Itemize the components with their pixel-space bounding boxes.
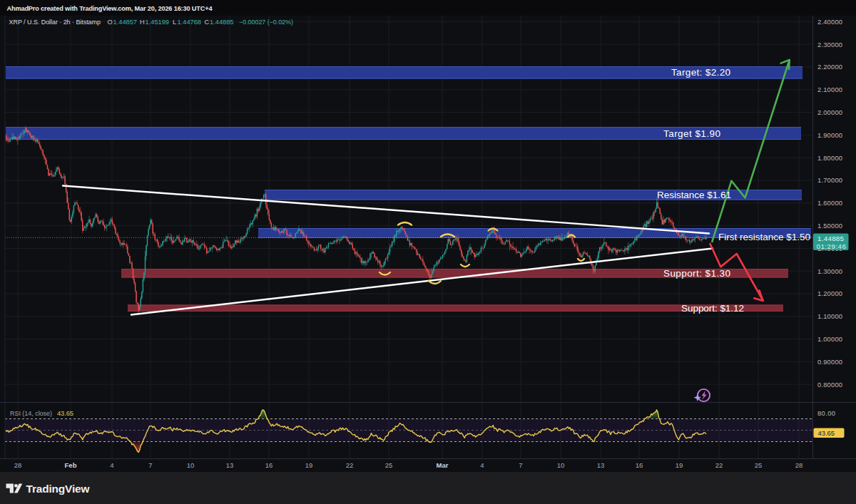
svg-text:1.50000: 1.50000 xyxy=(817,222,842,230)
svg-text:1.70000: 1.70000 xyxy=(817,176,842,184)
svg-text:O: O xyxy=(108,19,113,26)
svg-text:43.65: 43.65 xyxy=(57,410,73,417)
svg-text:0.90000: 0.90000 xyxy=(817,358,842,366)
svg-text:Resistance $1.61: Resistance $1.61 xyxy=(657,190,731,200)
svg-text:1.44885: 1.44885 xyxy=(817,235,845,242)
svg-text:1.30000: 1.30000 xyxy=(817,267,842,275)
svg-text:25: 25 xyxy=(385,461,393,469)
svg-text:Support: $1.12: Support: $1.12 xyxy=(681,303,744,314)
svg-text:2.10000: 2.10000 xyxy=(817,86,842,93)
svg-text:01:29:46: 01:29:46 xyxy=(817,242,847,250)
svg-text:First resistance $1.50: First resistance $1.50 xyxy=(718,232,810,242)
svg-text:22: 22 xyxy=(346,461,354,469)
svg-text:16: 16 xyxy=(265,461,273,469)
svg-text:0.80000: 0.80000 xyxy=(817,381,842,389)
svg-text:Target $1.90: Target $1.90 xyxy=(663,128,720,139)
svg-text:13: 13 xyxy=(226,461,234,469)
svg-text:80.00: 80.00 xyxy=(817,409,835,417)
svg-text:16: 16 xyxy=(636,461,643,469)
svg-text:TradingView: TradingView xyxy=(26,483,90,495)
svg-text:1.90000: 1.90000 xyxy=(817,131,842,139)
svg-text:XRP / U.S. Dollar · 2h · Bitst: XRP / U.S. Dollar · 2h · Bitstamp xyxy=(9,19,101,26)
svg-text:Target: $2.20: Target: $2.20 xyxy=(671,67,730,78)
svg-text:7: 7 xyxy=(148,461,152,469)
svg-text:7: 7 xyxy=(519,461,522,469)
svg-text:1.80000: 1.80000 xyxy=(817,154,842,162)
svg-text:19: 19 xyxy=(305,461,313,469)
svg-text:4: 4 xyxy=(110,461,113,469)
svg-text:1.45199: 1.45199 xyxy=(146,19,170,26)
svg-text:10: 10 xyxy=(557,461,565,469)
svg-text:13: 13 xyxy=(597,461,605,469)
svg-text:RSI (14, close): RSI (14, close) xyxy=(10,410,52,417)
svg-text:25: 25 xyxy=(755,461,763,469)
svg-text:2.00000: 2.00000 xyxy=(817,108,842,116)
svg-text:C: C xyxy=(205,19,210,26)
svg-text:1.44768: 1.44768 xyxy=(178,19,202,26)
svg-text:4: 4 xyxy=(480,461,484,469)
svg-text:1.00000: 1.00000 xyxy=(817,335,842,343)
svg-text:1.20000: 1.20000 xyxy=(817,289,842,297)
svg-text:−0.00027 (−0.02%): −0.00027 (−0.02%) xyxy=(239,19,293,26)
svg-text:10: 10 xyxy=(187,461,195,469)
svg-text:28: 28 xyxy=(795,461,803,469)
svg-text:1.60000: 1.60000 xyxy=(817,199,842,207)
svg-text:19: 19 xyxy=(676,461,683,469)
svg-text:H: H xyxy=(140,19,145,26)
svg-text:43.65: 43.65 xyxy=(818,429,835,437)
svg-text:28: 28 xyxy=(14,461,22,469)
svg-text:2.40000: 2.40000 xyxy=(817,18,842,26)
svg-text:1.44885: 1.44885 xyxy=(210,19,234,26)
svg-text:Support: $1.30: Support: $1.30 xyxy=(663,268,730,279)
svg-text:22: 22 xyxy=(715,461,723,469)
svg-text:AhmadPro created with TradingV: AhmadPro created with TradingView.com, M… xyxy=(7,5,213,12)
svg-text:2.30000: 2.30000 xyxy=(817,41,842,48)
svg-text:L: L xyxy=(173,19,176,26)
svg-text:2.20000: 2.20000 xyxy=(817,63,842,71)
svg-text:1.10000: 1.10000 xyxy=(817,312,842,320)
svg-text:1.44857: 1.44857 xyxy=(113,19,138,26)
svg-text:Feb: Feb xyxy=(65,461,77,469)
svg-text:Mar: Mar xyxy=(437,461,449,469)
